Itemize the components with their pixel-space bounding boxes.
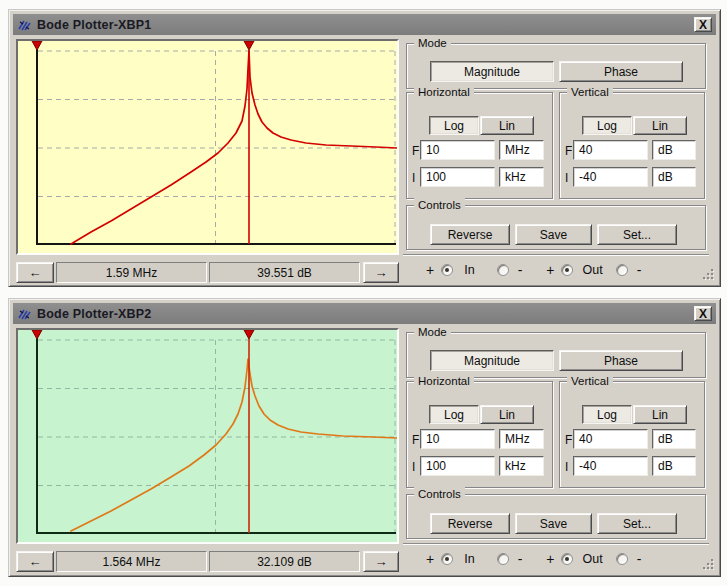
horizontal-f-input[interactable]: 10 — [420, 140, 495, 160]
in-minus-terminal[interactable] — [497, 553, 509, 565]
in-plus-label: + — [426, 262, 434, 278]
window-title: Bode Plotter-XBP1 — [37, 18, 152, 32]
controls-group-label: Controls — [414, 198, 465, 212]
out-minus-terminal[interactable] — [616, 264, 628, 276]
set-button[interactable]: Set... — [597, 513, 677, 534]
horizontal-i-input[interactable]: 100 — [420, 456, 495, 476]
cursor-left-button[interactable]: ← — [16, 551, 54, 572]
phase-button[interactable]: Phase — [559, 350, 683, 371]
plot-background — [18, 41, 397, 253]
instrument-icon — [17, 18, 32, 32]
out-plus-label: + — [546, 262, 554, 278]
titlebar[interactable]: Bode Plotter-XBP1 — [13, 14, 716, 35]
out-label: Out — [582, 552, 602, 566]
in-label: In — [464, 263, 474, 277]
vertical-group-label: Vertical — [567, 85, 613, 99]
horizontal-f-unit[interactable]: MHz — [499, 429, 544, 449]
vertical-f-input[interactable]: 40 — [573, 140, 648, 160]
controls-group: Controls Reverse Save Set... — [406, 205, 706, 250]
in-plus-terminal[interactable] — [441, 553, 453, 565]
horizontal-group: Horizontal Log Lin F 10 MHz I 100 kHz — [406, 381, 553, 488]
cursor-right-button[interactable]: → — [363, 262, 399, 283]
vertical-i-unit[interactable]: dB — [652, 456, 696, 476]
horizontal-f-input[interactable]: 10 — [420, 429, 495, 449]
horizontal-group-label: Horizontal — [414, 85, 474, 99]
in-plus-label: + — [426, 551, 434, 567]
horizontal-log-button[interactable]: Log — [429, 116, 479, 135]
vertical-lin-button[interactable]: Lin — [633, 405, 687, 424]
reverse-button[interactable]: Reverse — [430, 513, 510, 534]
out-plus-label: + — [546, 551, 554, 567]
magnitude-button[interactable]: Magnitude — [430, 61, 554, 82]
cursor-value-readout: 32.109 dB — [209, 551, 360, 572]
bode-plotter-window-xbp1: Bode Plotter-XBP1 X — [8, 9, 721, 287]
in-label: In — [464, 552, 474, 566]
close-button[interactable]: X — [694, 17, 712, 32]
horizontal-lin-button[interactable]: Lin — [480, 116, 534, 135]
mode-group: Mode Magnitude Phase — [406, 43, 706, 89]
magnitude-button[interactable]: Magnitude — [430, 350, 554, 371]
vertical-log-button[interactable]: Log — [582, 116, 632, 135]
horizontal-i-input[interactable]: 100 — [420, 167, 495, 187]
window-title: Bode Plotter-XBP2 — [37, 307, 152, 321]
cursor-value-readout: 39.551 dB — [209, 262, 360, 283]
bode-plotter-window-xbp2: Bode Plotter-XBP2 X — [8, 298, 721, 577]
terminal-row: + In - + Out - — [426, 549, 641, 569]
phase-button[interactable]: Phase — [559, 61, 683, 82]
in-minus-terminal[interactable] — [497, 264, 509, 276]
resize-grip-icon[interactable] — [702, 268, 715, 281]
out-plus-terminal[interactable] — [561, 264, 573, 276]
cursor-frequency-readout: 1.564 MHz — [56, 551, 207, 572]
vertical-f-unit[interactable]: dB — [652, 140, 696, 160]
mode-group: Mode Magnitude Phase — [406, 332, 706, 378]
horizontal-lin-button[interactable]: Lin — [480, 405, 534, 424]
vertical-lin-button[interactable]: Lin — [633, 116, 687, 135]
separator — [403, 543, 709, 545]
plot-area[interactable] — [16, 328, 399, 544]
vertical-group-label: Vertical — [567, 374, 613, 388]
vertical-i-input[interactable]: -40 — [573, 167, 648, 187]
vertical-f-input[interactable]: 40 — [573, 429, 648, 449]
out-minus-terminal[interactable] — [616, 553, 628, 565]
reverse-button[interactable]: Reverse — [430, 224, 510, 245]
horizontal-log-button[interactable]: Log — [429, 405, 479, 424]
vertical-group: Vertical Log Lin F 40 dB I -40 dB — [559, 381, 705, 488]
vertical-log-button[interactable]: Log — [582, 405, 632, 424]
cursor-frequency-readout: 1.59 MHz — [56, 262, 207, 283]
horizontal-f-unit[interactable]: MHz — [499, 140, 544, 160]
plot-area[interactable] — [16, 39, 399, 255]
close-button[interactable]: X — [694, 306, 712, 321]
out-label: Out — [582, 263, 602, 277]
save-button[interactable]: Save — [515, 224, 592, 245]
in-minus-label: - — [518, 551, 523, 567]
horizontal-group: Horizontal Log Lin F 10 MHz I 100 kHz — [406, 92, 553, 199]
cursor-right-button[interactable]: → — [363, 551, 399, 572]
separator — [403, 254, 709, 256]
titlebar[interactable]: Bode Plotter-XBP2 — [13, 303, 716, 324]
horizontal-i-unit[interactable]: kHz — [499, 167, 544, 187]
out-minus-label: - — [637, 262, 642, 278]
in-plus-terminal[interactable] — [441, 264, 453, 276]
out-minus-label: - — [637, 551, 642, 567]
in-minus-label: - — [518, 262, 523, 278]
vertical-group: Vertical Log Lin F 40 dB I -40 dB — [559, 92, 705, 199]
out-plus-terminal[interactable] — [561, 553, 573, 565]
save-button[interactable]: Save — [515, 513, 592, 534]
mode-group-label: Mode — [414, 325, 451, 339]
mode-group-label: Mode — [414, 36, 451, 50]
terminal-row: + In - + Out - — [426, 260, 641, 280]
vertical-i-input[interactable]: -40 — [573, 456, 648, 476]
horizontal-i-unit[interactable]: kHz — [499, 456, 544, 476]
set-button[interactable]: Set... — [597, 224, 677, 245]
vertical-i-unit[interactable]: dB — [652, 167, 696, 187]
resize-grip-icon[interactable] — [702, 558, 715, 571]
controls-group-label: Controls — [414, 487, 465, 501]
instrument-icon — [17, 307, 32, 321]
controls-group: Controls Reverse Save Set... — [406, 494, 706, 539]
cursor-left-button[interactable]: ← — [16, 262, 54, 283]
horizontal-group-label: Horizontal — [414, 374, 474, 388]
vertical-f-unit[interactable]: dB — [652, 429, 696, 449]
